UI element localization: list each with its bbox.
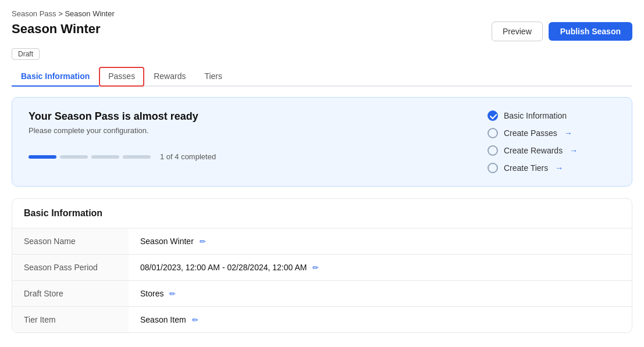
progress-left: Your Season Pass is almost ready Please … bbox=[29, 110, 216, 161]
check-create-tiers[interactable]: Create Tiers → bbox=[488, 163, 615, 173]
check-label-basic: Basic Information bbox=[504, 111, 567, 120]
tabs-container: Basic Information Passes Rewards Tiers bbox=[12, 67, 632, 87]
progress-seg-1 bbox=[29, 155, 56, 159]
breadcrumb-parent[interactable]: Season Pass bbox=[12, 9, 56, 18]
field-value-tier-item: Season Item ✏ bbox=[129, 307, 632, 333]
field-value-draft-store: Stores ✏ bbox=[129, 281, 632, 307]
check-label-rewards: Create Rewards bbox=[504, 146, 563, 155]
publish-button[interactable]: Publish Season bbox=[549, 22, 632, 41]
edit-season-name-icon[interactable]: ✏ bbox=[200, 237, 206, 246]
breadcrumb-current: Season Winter bbox=[65, 9, 114, 18]
arrow-passes-icon: → bbox=[564, 128, 572, 138]
check-label-passes: Create Passes bbox=[504, 128, 557, 138]
field-value-period: 08/01/2023, 12:00 AM - 02/28/2024, 12:00… bbox=[129, 255, 632, 281]
check-circle-tiers bbox=[488, 163, 498, 173]
draft-badge: Draft bbox=[12, 48, 40, 60]
arrow-rewards-icon: → bbox=[570, 146, 578, 155]
table-row: Season Name Season Winter ✏ bbox=[12, 228, 632, 255]
field-label-period: Season Pass Period bbox=[12, 255, 129, 281]
check-create-rewards[interactable]: Create Rewards → bbox=[488, 145, 615, 156]
progress-seg-2 bbox=[60, 155, 88, 159]
breadcrumb: Season Pass > Season Winter bbox=[12, 9, 632, 18]
progress-seg-3 bbox=[91, 155, 119, 159]
check-circle-passes bbox=[488, 128, 498, 138]
edit-tier-item-icon[interactable]: ✏ bbox=[192, 316, 198, 324]
basic-information-section: Basic Information Season Name Season Win… bbox=[12, 198, 632, 333]
field-label-tier-item: Tier Item bbox=[12, 307, 129, 333]
check-create-passes[interactable]: Create Passes → bbox=[488, 128, 615, 138]
header-actions: Preview Publish Season bbox=[492, 22, 632, 41]
arrow-tiers-icon: → bbox=[555, 163, 563, 173]
edit-store-icon[interactable]: ✏ bbox=[169, 289, 176, 298]
tab-rewards[interactable]: Rewards bbox=[144, 67, 195, 87]
edit-period-icon[interactable]: ✏ bbox=[312, 263, 319, 272]
preview-button[interactable]: Preview bbox=[492, 22, 543, 41]
table-row: Draft Store Stores ✏ bbox=[12, 281, 632, 307]
progress-text: 1 of 4 completed bbox=[160, 152, 216, 161]
progress-heading: Your Season Pass is almost ready bbox=[29, 110, 216, 123]
progress-subtext: Please complete your configuration. bbox=[29, 126, 216, 135]
field-label-season-name: Season Name bbox=[12, 228, 129, 255]
progress-card: Your Season Pass is almost ready Please … bbox=[12, 97, 632, 187]
check-basic-information: Basic Information bbox=[488, 110, 615, 121]
progress-bars: 1 of 4 completed bbox=[29, 152, 216, 161]
check-label-tiers: Create Tiers bbox=[504, 163, 548, 173]
table-row: Tier Item Season Item ✏ bbox=[12, 307, 632, 333]
progress-checklist: Basic Information Create Passes → Create… bbox=[488, 110, 615, 173]
tab-basic-information[interactable]: Basic Information bbox=[12, 67, 99, 87]
breadcrumb-separator: > bbox=[58, 9, 63, 18]
check-circle-basic bbox=[488, 110, 498, 121]
info-table: Season Name Season Winter ✏ Season Pass … bbox=[12, 228, 632, 332]
field-label-draft-store: Draft Store bbox=[12, 281, 129, 307]
tab-tiers[interactable]: Tiers bbox=[195, 67, 232, 87]
tab-passes[interactable]: Passes bbox=[99, 67, 144, 87]
page-title: Season Winter bbox=[12, 22, 101, 37]
page-header: Season Winter Preview Publish Season bbox=[12, 22, 632, 41]
field-value-season-name: Season Winter ✏ bbox=[129, 228, 632, 255]
check-circle-rewards bbox=[488, 145, 498, 156]
section-title: Basic Information bbox=[12, 199, 632, 228]
progress-seg-4 bbox=[123, 155, 151, 159]
table-row: Season Pass Period 08/01/2023, 12:00 AM … bbox=[12, 255, 632, 281]
